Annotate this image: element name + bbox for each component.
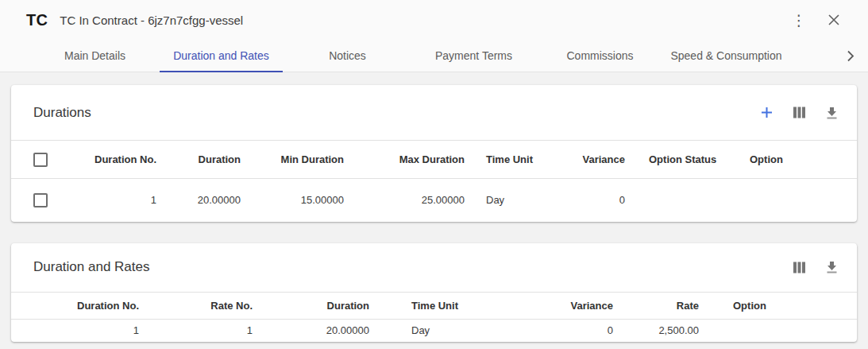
cell-duration: 20.00000	[166, 179, 250, 222]
col-rate-no[interactable]: Rate No.	[149, 292, 262, 319]
cell-rate-no: 1	[149, 319, 262, 342]
col-option-status[interactable]: Option Status	[635, 141, 750, 179]
col-rate[interactable]: Rate	[623, 292, 708, 319]
chevron-right-icon	[847, 50, 854, 62]
durations-table: Duration No. Duration Min Duration Max D…	[11, 140, 857, 222]
cell-option	[708, 319, 857, 342]
export-download-button[interactable]	[825, 261, 838, 273]
col-variance[interactable]: Variance	[522, 292, 623, 319]
duration-and-rates-card-header: Duration and Rates	[11, 243, 857, 292]
close-button[interactable]	[824, 10, 844, 30]
columns-icon	[793, 262, 805, 273]
kebab-icon: ⋮	[792, 13, 807, 28]
col-duration[interactable]: Duration	[262, 292, 379, 319]
cell-max-duration: 25.00000	[353, 179, 474, 222]
window-title: TC In Contract - 6jz7n7cfgg-vessel	[60, 14, 243, 27]
tab-notices[interactable]: Notices	[284, 40, 411, 72]
tab-speed-consumption[interactable]: Speed & Consumption	[663, 40, 789, 72]
more-options-button[interactable]: ⋮	[789, 10, 809, 30]
durations-card-actions	[760, 107, 838, 119]
col-duration-no[interactable]: Duration No.	[60, 141, 166, 179]
cell-variance: 0	[522, 319, 623, 342]
cell-min-duration: 15.00000	[250, 179, 353, 222]
col-max-duration[interactable]: Max Duration	[353, 141, 474, 179]
cell-duration-no: 1	[11, 319, 149, 342]
row-checkbox[interactable]	[33, 193, 48, 207]
tab-scroll-right-button[interactable]	[833, 40, 868, 72]
app-logo: TC	[26, 11, 48, 29]
col-variance[interactable]: Variance	[560, 141, 635, 179]
plus-icon	[761, 107, 773, 118]
export-download-button[interactable]	[825, 107, 838, 119]
tab-main-details[interactable]: Main Details	[32, 40, 158, 72]
cell-time-unit: Day	[379, 319, 522, 342]
columns-icon	[793, 107, 805, 118]
cell-option	[750, 179, 857, 222]
add-duration-button[interactable]	[760, 107, 773, 119]
durations-header-row: Duration No. Duration Min Duration Max D…	[11, 141, 857, 179]
download-icon	[826, 107, 838, 119]
duration-and-rates-card: Duration and Rates	[11, 243, 857, 343]
durations-card-title: Durations	[33, 105, 91, 121]
durations-card-header: Durations	[11, 85, 857, 140]
durations-table-row[interactable]: 1 20.00000 15.00000 25.00000 Day 0	[11, 179, 857, 222]
column-chooser-button[interactable]	[793, 261, 805, 273]
cell-variance: 0	[560, 179, 635, 222]
col-duration-no[interactable]: Duration No.	[11, 292, 149, 319]
titlebar-actions: ⋮	[789, 10, 844, 30]
col-time-unit[interactable]: Time Unit	[474, 141, 560, 179]
tab-duration-and-rates[interactable]: Duration and Rates	[158, 40, 284, 72]
cell-time-unit: Day	[474, 179, 560, 222]
duration-and-rates-card-actions	[793, 261, 838, 273]
cell-rate: 2,500.00	[623, 319, 708, 342]
col-option[interactable]: Option	[750, 141, 857, 179]
cell-duration: 20.00000	[262, 319, 379, 342]
close-icon	[828, 14, 839, 25]
download-icon	[826, 261, 838, 273]
cell-option-status	[635, 179, 750, 222]
duration-and-rates-table: Duration No. Rate No. Duration Time Unit…	[11, 292, 857, 343]
title-bar: TC TC In Contract - 6jz7n7cfgg-vessel ⋮	[0, 0, 868, 40]
col-option[interactable]: Option	[708, 292, 857, 319]
column-chooser-button[interactable]	[793, 107, 805, 119]
col-duration[interactable]: Duration	[166, 141, 250, 179]
durations-card: Durations	[11, 85, 857, 222]
tab-commissions[interactable]: Commissions	[537, 40, 663, 72]
select-all-checkbox[interactable]	[33, 153, 48, 167]
tab-payment-terms[interactable]: Payment Terms	[411, 40, 537, 72]
duration-and-rates-table-row[interactable]: 1 1 20.00000 Day 0 2,500.00	[11, 319, 857, 342]
tab-bar: Main Details Duration and Rates Notices …	[0, 40, 868, 72]
cell-duration-no: 1	[60, 179, 166, 222]
main-content: Durations	[0, 72, 868, 342]
col-time-unit[interactable]: Time Unit	[379, 292, 522, 319]
duration-and-rates-card-title: Duration and Rates	[33, 259, 149, 275]
col-min-duration[interactable]: Min Duration	[250, 141, 353, 179]
tc-in-contract-window: TC TC In Contract - 6jz7n7cfgg-vessel ⋮ …	[0, 0, 868, 342]
duration-and-rates-header-row: Duration No. Rate No. Duration Time Unit…	[11, 292, 857, 319]
